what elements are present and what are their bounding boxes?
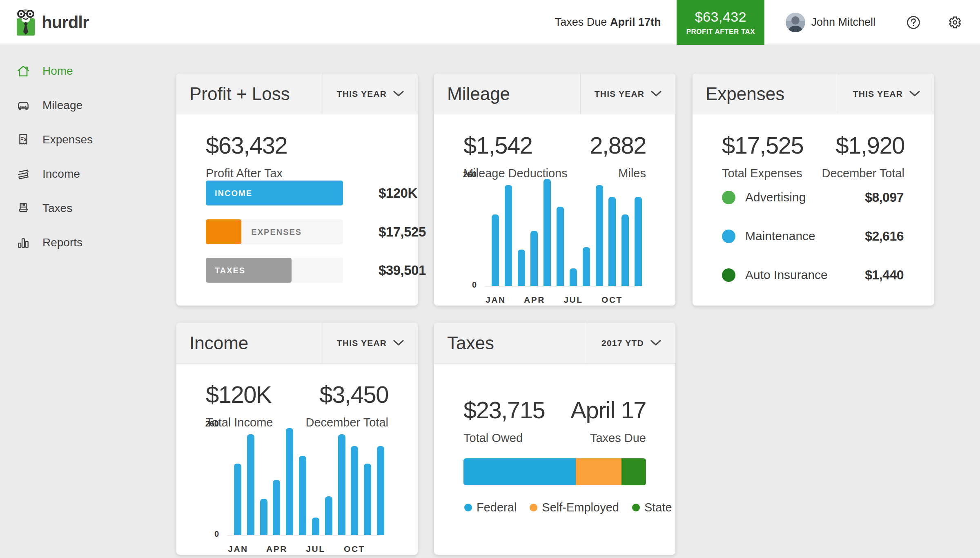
- expense-category-row[interactable]: Advertising $8,097: [722, 184, 904, 210]
- period-dropdown[interactable]: 2017 YTD: [587, 323, 675, 363]
- self-employed-legend-item: Self-Employed: [530, 501, 619, 514]
- taxes-bar-label: TAXES: [215, 266, 245, 275]
- profit-badge-label: PROFIT AFTER TAX: [686, 28, 755, 36]
- tax-legend: Federal Self-Employed State: [464, 501, 672, 514]
- receipt-icon: $: [16, 133, 30, 147]
- svg-text:$: $: [24, 136, 27, 142]
- chevron-down-icon: [393, 91, 404, 97]
- chart-bar-sep: [596, 185, 603, 286]
- user-avatar[interactable]: [786, 13, 805, 32]
- x-tick-apr: APR: [524, 295, 545, 305]
- chart-bar-may: [286, 428, 293, 535]
- expense-category-row[interactable]: Maintenance $2,616: [722, 223, 904, 249]
- profit-loss-card-header: Profit + Loss THIS YEAR: [176, 74, 418, 114]
- sidebar-item-expenses[interactable]: $ Expenses: [16, 123, 155, 157]
- expenses-bar-fill: [206, 219, 241, 244]
- x-tick-jan: JAN: [228, 544, 248, 554]
- hurdlr-logo-icon: [15, 8, 37, 37]
- category-name: Advertising: [745, 190, 806, 204]
- chart-bar-apr: [273, 480, 280, 535]
- category-value: $1,440: [865, 268, 904, 283]
- profit-badge-amount: $63,432: [695, 9, 746, 25]
- bar-chart-icon: [16, 236, 30, 250]
- self-employed-segment: [576, 458, 621, 485]
- period-dropdown[interactable]: THIS YEAR: [580, 74, 675, 114]
- taxes-bar-row: TAXES $39,501: [206, 258, 343, 283]
- expenses-card: Expenses THIS YEAR $17,525 Total Expense…: [693, 74, 934, 306]
- chart-bar-jul: [312, 518, 319, 535]
- legend-label: Self-Employed: [542, 501, 619, 514]
- sidebar-item-label: Expenses: [42, 133, 93, 146]
- sidebar-item-income[interactable]: Income: [16, 157, 155, 191]
- y-axis-min-label: 0: [442, 280, 477, 290]
- taxes-bar-track: TAXES: [206, 258, 343, 283]
- total-owed-label: Total Owed: [463, 431, 523, 445]
- expenses-bar-track: EXPENSES: [206, 219, 343, 244]
- total-expenses-amount: $17,525: [722, 132, 803, 159]
- chart-bar-may: [543, 179, 551, 286]
- x-tick-oct: OCT: [601, 295, 623, 305]
- hurdlr-logo[interactable]: hurdlr: [15, 8, 89, 37]
- income-card-header: Income THIS YEAR: [176, 323, 418, 364]
- period-label: THIS YEAR: [337, 89, 387, 99]
- car-icon: [16, 98, 30, 112]
- sidebar-item-label: Reports: [42, 236, 82, 249]
- expense-category-row[interactable]: Auto Insurance $1,440: [722, 262, 904, 288]
- legend-label: Federal: [477, 501, 517, 514]
- total-owed-amount: $23,715: [463, 396, 545, 424]
- advertising-dot: [722, 191, 735, 204]
- chart-bar-nov: [364, 464, 371, 535]
- chart-bar-feb: [505, 185, 512, 286]
- help-icon[interactable]: [906, 16, 920, 29]
- y-axis-min-label: 0: [185, 529, 219, 539]
- mileage-deductions-amount: $1,542: [463, 132, 532, 159]
- maintenance-dot: [722, 230, 735, 243]
- period-dropdown[interactable]: THIS YEAR: [323, 74, 418, 114]
- chevron-down-icon: [393, 340, 404, 346]
- tax-breakdown-stacked-bar: [463, 458, 646, 485]
- sidebar-item-label: Mileage: [42, 99, 82, 112]
- sidebar-nav: Home Mileage $ Expenses: [16, 54, 155, 260]
- expenses-card-header: Expenses THIS YEAR: [693, 74, 934, 114]
- december-total-amount: $1,920: [836, 132, 904, 159]
- sidebar-item-reports[interactable]: Reports: [16, 225, 155, 260]
- x-tick-jul: JUL: [564, 295, 583, 305]
- state-segment: [621, 458, 646, 485]
- profit-after-tax-amount: $63,432: [206, 132, 287, 159]
- settings-gear-icon[interactable]: [948, 16, 962, 29]
- december-total-label: December Total: [822, 167, 904, 180]
- top-hat-icon: [16, 201, 30, 215]
- federal-segment: [463, 458, 576, 485]
- profit-after-tax-badge[interactable]: $63,432 PROFIT AFTER TAX: [677, 0, 764, 45]
- period-dropdown[interactable]: THIS YEAR: [323, 323, 418, 363]
- income-bar-label: INCOME: [215, 188, 252, 198]
- sidebar-item-label: Income: [42, 167, 80, 181]
- chevron-down-icon: [909, 91, 920, 97]
- x-tick-apr: APR: [266, 544, 287, 554]
- card-title: Income: [176, 323, 323, 363]
- mileage-card-header: Mileage THIS YEAR: [434, 74, 675, 114]
- user-name[interactable]: John Mitchell: [811, 16, 875, 29]
- auto-insurance-dot: [722, 268, 735, 282]
- category-value: $8,097: [865, 190, 904, 205]
- taxes-due-header: Taxes Due April 17th: [555, 16, 661, 29]
- x-axis-labels: JAN APR JUL OCT: [234, 544, 384, 556]
- period-dropdown[interactable]: THIS YEAR: [839, 74, 934, 114]
- federal-dot: [464, 504, 472, 511]
- sidebar-item-mileage[interactable]: Mileage: [16, 88, 155, 123]
- sidebar-item-taxes[interactable]: Taxes: [16, 191, 155, 225]
- category-name: Auto Insurance: [745, 268, 828, 282]
- mileage-bar-chart: [492, 175, 642, 286]
- profit-loss-card: Profit + Loss THIS YEAR $63,432 Profit A…: [176, 74, 418, 306]
- taxes-due-date: April 17th: [610, 16, 661, 28]
- expenses-bar-row: EXPENSES $17,525: [206, 219, 343, 244]
- federal-legend-item: Federal: [464, 501, 517, 514]
- profit-after-tax-label: Profit After Tax: [206, 167, 283, 180]
- taxes-card-header: Taxes 2017 YTD: [434, 323, 675, 364]
- income-bar-track: INCOME: [206, 181, 343, 205]
- chart-bar-aug: [325, 496, 332, 535]
- total-expenses-label: Total Expenses: [722, 167, 802, 180]
- sidebar-item-home[interactable]: Home: [16, 54, 155, 88]
- category-name: Maintenance: [745, 229, 815, 243]
- card-title: Taxes: [434, 323, 587, 363]
